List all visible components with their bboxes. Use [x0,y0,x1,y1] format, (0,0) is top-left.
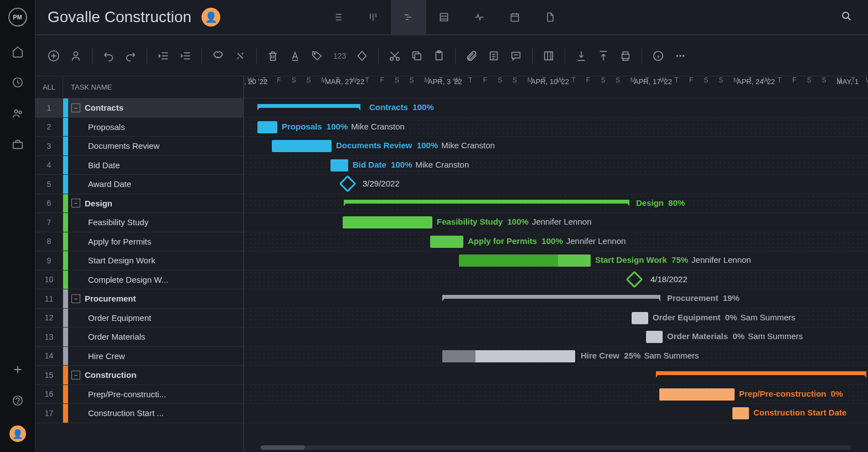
notes-button[interactable] [488,50,500,62]
tag-button[interactable] [311,50,323,62]
gantt-bar-label: Bid Date 100%Mike Cranston [353,160,469,169]
task-row[interactable]: 9 Start Design Work [35,251,243,271]
task-row[interactable]: 16 Prep/Pre-constructi... [35,385,243,404]
gantt-milestone[interactable] [339,175,356,192]
gantt-task-bar[interactable] [343,216,432,228]
indent-button[interactable] [179,50,192,62]
timeline-week-label: APR, 24 '22 [737,77,775,86]
gantt-task-bar[interactable] [632,312,648,324]
app-logo[interactable]: PM [8,8,27,27]
view-switcher [320,0,568,35]
svg-point-2 [19,111,22,114]
task-row[interactable]: 13 Order Materials [35,328,243,347]
task-row[interactable]: 10 Complete Design W... [35,271,243,290]
comment-button[interactable] [510,50,522,62]
more-button[interactable] [674,50,686,62]
gantt-view-button[interactable] [391,0,426,35]
horizontal-scrollbar[interactable] [261,445,851,450]
search-button[interactable] [840,10,852,24]
timeline-day-label: T [468,76,472,84]
timeline-day-label: F [380,76,384,84]
briefcase-icon[interactable] [12,138,24,150]
gantt-task-bar[interactable] [272,140,332,152]
gantt-group-bar[interactable] [656,371,866,375]
print-button[interactable] [619,50,632,62]
list-view-button[interactable] [320,0,355,35]
project-owner-avatar[interactable] [202,8,220,27]
task-color-indicator [63,289,68,308]
task-row[interactable]: 3 Documents Review [35,137,243,156]
task-row[interactable]: 17 Construction Start ... [35,404,243,423]
task-row[interactable]: 5 Award Date [35,175,243,194]
clock-icon[interactable] [12,76,24,89]
info-button[interactable] [652,50,664,62]
sheet-view-button[interactable] [426,0,462,35]
timeline-day-label: M [631,76,636,84]
import-button[interactable] [575,50,587,62]
gantt-task-bar[interactable] [430,236,463,248]
task-row[interactable]: 1 − Contracts [35,98,243,118]
home-icon[interactable] [12,45,24,58]
export-button[interactable] [597,50,609,62]
gantt-bar-label: Construction Start Date [753,408,851,417]
task-row[interactable]: 2 Proposals [35,118,243,137]
text-style-button[interactable] [289,50,301,62]
board-view-button[interactable] [355,0,391,35]
help-icon[interactable] [12,394,24,407]
assign-button[interactable] [70,50,82,62]
task-row[interactable]: 14 Hire Crew [35,347,243,366]
gantt-group-bar[interactable] [344,200,629,204]
delete-button[interactable] [267,50,279,62]
file-view-button[interactable] [533,0,568,35]
unlink-button[interactable] [234,50,246,62]
copy-button[interactable] [411,50,423,62]
collapse-icon[interactable]: − [71,294,80,303]
gantt-task-bar[interactable] [330,159,348,172]
gantt-task-bar[interactable] [732,407,749,419]
timeline-day-label: S [616,76,620,84]
task-row[interactable]: 15 − Construction [35,366,243,385]
column-header-taskname[interactable]: TASK NAME [63,83,243,91]
task-row[interactable]: 12 Order Equipment [35,309,243,328]
gantt-task-bar[interactable] [442,350,575,362]
calendar-view-button[interactable] [497,0,533,35]
outdent-button[interactable] [157,50,169,62]
collapse-icon[interactable]: − [71,371,80,380]
paste-button[interactable] [433,50,445,62]
column-header-all[interactable]: ALL [35,76,63,98]
activity-view-button[interactable] [462,0,497,35]
cut-button[interactable] [389,50,401,62]
milestone-button[interactable] [356,50,368,62]
columns-button[interactable] [542,50,555,62]
add-task-button[interactable] [48,50,60,62]
row-number: 13 [35,328,63,346]
task-color-indicator [63,137,68,155]
timeline-day-label: W [247,76,254,84]
gantt-group-bar[interactable] [257,104,360,108]
link-button[interactable] [212,50,224,62]
gantt-milestone[interactable] [626,271,643,288]
gantt-group-bar[interactable] [442,295,660,299]
task-row[interactable]: 8 Apply for Permits [35,232,243,252]
plus-icon[interactable] [12,363,24,376]
gantt-milestone-label: 4/18/2022 [650,274,688,284]
collapse-icon[interactable]: − [71,199,80,207]
undo-button[interactable] [102,50,115,62]
collapse-icon[interactable]: − [71,103,80,112]
timeline-day-label: W [453,76,459,84]
gantt-task-bar[interactable] [459,254,591,267]
task-row[interactable]: 7 Feasibility Study [35,213,243,232]
team-icon[interactable] [12,107,24,120]
gantt-task-bar[interactable] [257,121,277,133]
user-avatar-icon[interactable]: 👤 [9,425,26,442]
task-row[interactable]: 4 Bid Date [35,156,243,175]
gantt-task-bar[interactable] [659,388,735,401]
task-row[interactable]: 11 − Procurement [35,289,243,309]
gantt-task-bar[interactable] [646,331,663,343]
svg-point-5 [17,403,18,403]
gantt-bar-label: Hire Crew 25%Sam Summers [581,351,699,360]
timeline-day-label: S [807,76,812,84]
task-row[interactable]: 6 − Design [35,194,243,214]
attachment-button[interactable] [466,50,478,62]
redo-button[interactable] [125,50,137,62]
